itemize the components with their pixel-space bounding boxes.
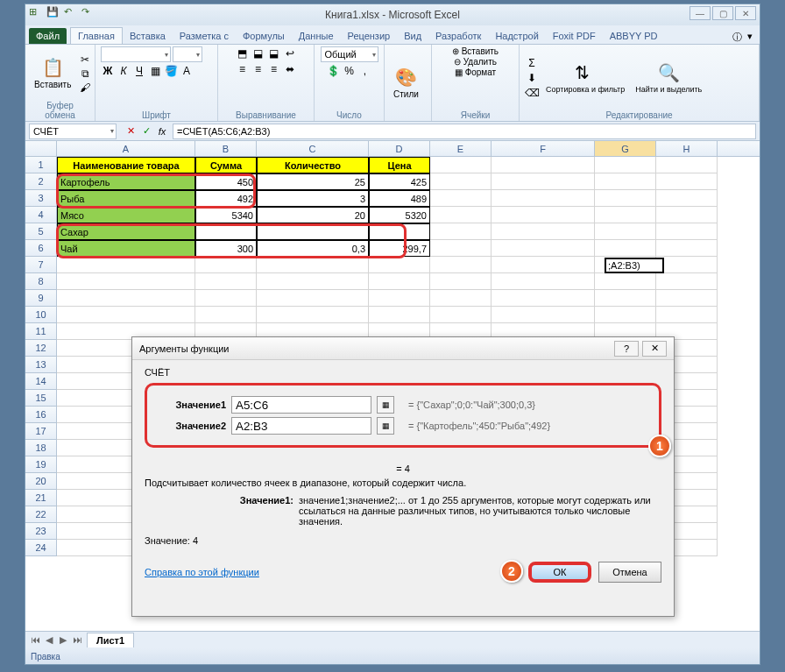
- cell-A1[interactable]: Наименование товара: [57, 157, 195, 173]
- wrap-icon[interactable]: ↩: [283, 46, 297, 60]
- sort-filter-button[interactable]: ⇅Сортировка и фильтр: [542, 60, 628, 95]
- cell-C6[interactable]: 0,3: [257, 240, 369, 257]
- fx-icon[interactable]: fx: [155, 124, 169, 138]
- row-header-9[interactable]: 9: [25, 290, 57, 307]
- cell-D4[interactable]: 5320: [369, 207, 430, 223]
- ok-button[interactable]: ОК: [528, 562, 591, 583]
- cell-D6[interactable]: 299,7: [369, 240, 430, 257]
- paste-button[interactable]: 📋Вставить: [31, 55, 74, 91]
- dialog-help-button[interactable]: ?: [614, 341, 639, 357]
- cell-B4[interactable]: 5340: [195, 207, 257, 223]
- cell-A4[interactable]: Мясо: [57, 207, 195, 223]
- close-button[interactable]: ✕: [735, 6, 756, 20]
- cell-C1[interactable]: Количество: [257, 157, 369, 173]
- autosum-icon[interactable]: Σ: [525, 56, 539, 70]
- cell-A3[interactable]: Рыба: [57, 190, 195, 207]
- align-bot-icon[interactable]: ⬓: [267, 46, 281, 60]
- tab-formulas[interactable]: Формулы: [236, 28, 292, 44]
- merge-icon[interactable]: ⬌: [283, 62, 297, 76]
- arg2-input[interactable]: [231, 417, 371, 435]
- tab-last-icon[interactable]: ⏭: [71, 634, 83, 646]
- save-icon[interactable]: 💾: [46, 6, 60, 20]
- row-header-2[interactable]: 2: [25, 173, 57, 190]
- row-header-22[interactable]: 22: [25, 506, 57, 523]
- cell-C4[interactable]: 20: [257, 207, 369, 223]
- fill-down-icon[interactable]: ⬇: [525, 71, 539, 85]
- tab-next-icon[interactable]: ▶: [57, 634, 69, 646]
- border-icon[interactable]: ▦: [148, 64, 162, 78]
- tab-home[interactable]: Главная: [70, 27, 123, 44]
- row-header-3[interactable]: 3: [25, 190, 57, 207]
- tab-review[interactable]: Рецензир: [341, 28, 398, 44]
- fontsize-combo[interactable]: [173, 46, 202, 62]
- comma-icon[interactable]: ,: [358, 64, 372, 78]
- minimize-button[interactable]: —: [690, 6, 711, 20]
- col-header-B[interactable]: B: [195, 141, 257, 156]
- clear-icon[interactable]: ⌫: [525, 86, 539, 100]
- currency-icon[interactable]: 💲: [327, 64, 341, 78]
- undo-icon[interactable]: ↶: [64, 6, 78, 20]
- col-header-E[interactable]: E: [430, 141, 492, 156]
- help-link[interactable]: Справка по этой функции: [145, 567, 259, 577]
- row-header-16[interactable]: 16: [25, 407, 57, 423]
- tab-addins[interactable]: Надстрой: [488, 28, 545, 44]
- row-header-7[interactable]: 7: [25, 257, 57, 273]
- dialog-titlebar[interactable]: Аргументы функции ? ✕: [132, 337, 674, 360]
- cell-A6[interactable]: Чай: [57, 240, 195, 257]
- fill-icon[interactable]: 🪣: [164, 64, 178, 78]
- name-box[interactable]: СЧЁТ: [29, 124, 117, 139]
- col-header-D[interactable]: D: [369, 141, 430, 156]
- font-combo[interactable]: [101, 46, 171, 62]
- arg1-collapse-button[interactable]: ▦: [377, 396, 394, 414]
- align-mid-icon[interactable]: ⬓: [251, 46, 265, 60]
- dialog-close-button[interactable]: ✕: [642, 341, 667, 357]
- percent-icon[interactable]: %: [343, 64, 357, 78]
- formula-bar[interactable]: =СЧЁТ(A5:C6;A2:B3): [173, 124, 756, 139]
- col-header-C[interactable]: C: [257, 141, 369, 156]
- row-header-5[interactable]: 5: [25, 223, 57, 240]
- cell-B2[interactable]: 450: [195, 173, 257, 190]
- help-icon[interactable]: ⓘ: [732, 31, 742, 44]
- cell-C3[interactable]: 3: [257, 190, 369, 207]
- align-top-icon[interactable]: ⬒: [236, 46, 250, 60]
- redo-icon[interactable]: ↷: [81, 6, 95, 20]
- cell-D2[interactable]: 425: [369, 173, 430, 190]
- tab-file[interactable]: Файл: [29, 28, 67, 44]
- underline-icon[interactable]: Ч: [132, 64, 146, 78]
- row-header-23[interactable]: 23: [25, 523, 57, 540]
- cell-C5[interactable]: [257, 223, 369, 240]
- cell-D3[interactable]: 489: [369, 190, 430, 207]
- tab-developer[interactable]: Разработк: [428, 28, 488, 44]
- cell-A2[interactable]: Картофель: [57, 173, 195, 190]
- row-header-6[interactable]: 6: [25, 240, 57, 257]
- align-left-icon[interactable]: ≡: [236, 62, 250, 76]
- number-format-combo[interactable]: Общий: [321, 46, 378, 62]
- align-center-icon[interactable]: ≡: [251, 62, 265, 76]
- row-header-14[interactable]: 14: [25, 373, 57, 390]
- row-header-11[interactable]: 11: [25, 323, 57, 340]
- row-header-4[interactable]: 4: [25, 207, 57, 223]
- row-header-19[interactable]: 19: [25, 456, 57, 473]
- tab-first-icon[interactable]: ⏮: [29, 634, 41, 646]
- cell-B6[interactable]: 300: [195, 240, 257, 257]
- copy-icon[interactable]: ⧉: [78, 67, 92, 81]
- arg2-collapse-button[interactable]: ▦: [377, 417, 394, 435]
- cell-B3[interactable]: 492: [195, 190, 257, 207]
- sheet-tab-1[interactable]: Лист1: [87, 633, 134, 647]
- tab-data[interactable]: Данные: [292, 28, 341, 44]
- cancel-formula-icon[interactable]: ✕: [124, 124, 138, 138]
- tab-view[interactable]: Вид: [397, 28, 428, 44]
- format-painter-icon[interactable]: 🖌: [78, 81, 92, 95]
- styles-button[interactable]: 🎨Стили: [390, 65, 422, 101]
- align-right-icon[interactable]: ≡: [267, 62, 281, 76]
- insert-cells-button[interactable]: ⊕ Вставить: [452, 46, 499, 56]
- col-header-A[interactable]: A: [57, 141, 195, 156]
- cell-D5[interactable]: [369, 223, 430, 240]
- cell-D1[interactable]: Цена: [369, 157, 430, 173]
- tab-abbyy[interactable]: ABBYY PD: [603, 28, 665, 44]
- row-header-24[interactable]: 24: [25, 540, 57, 556]
- cell-B1[interactable]: Сумма: [195, 157, 257, 173]
- row-header-21[interactable]: 21: [25, 490, 57, 506]
- col-header-F[interactable]: F: [492, 141, 595, 156]
- cell-B5[interactable]: [195, 223, 257, 240]
